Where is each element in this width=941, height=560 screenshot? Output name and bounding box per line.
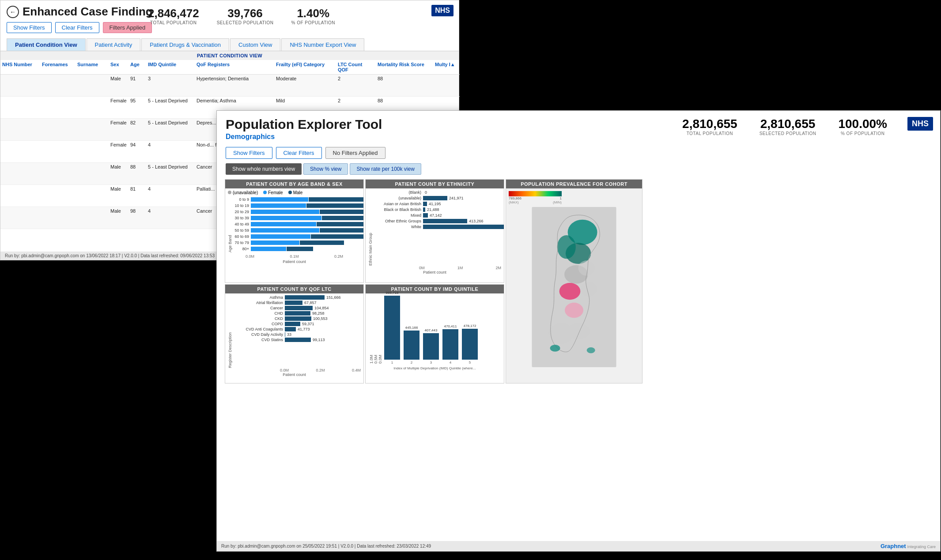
eth-row: White 2,045,593 [373,225,504,229]
back-button[interactable]: ← [7,6,19,18]
eth-val: 21,488 [427,207,439,212]
imd-value: 985,718 [386,291,399,295]
table-cell: 5 - Least Deprived [146,97,195,119]
table-cell: Hypertension; Dementia [195,75,274,97]
ecf-tab-bar: Patient Condition View Patient Activity … [0,38,459,51]
eth-val: 47,142 [430,213,442,218]
ecf-selected-pop: 39,766 SELECTED POPULATION [217,7,274,25]
table-cell: 98 [128,207,146,229]
table-cell [0,119,40,141]
pet-selected-pop-lbl: SELECTED POPULATION [760,131,816,136]
eth-row: (Blank) 0 [373,190,504,195]
map-legend: 789,866 1 (MAX) (MIN) [509,191,639,204]
bar-male [300,241,344,245]
age-band-row: 60 to 69 [233,234,364,239]
table-cell [0,75,40,97]
age-label: 10 to 19 [233,203,249,208]
map-gradient [509,191,562,196]
col-imd: IMD Quintile [146,60,195,75]
eth-x-axis: 0M1M2M [368,266,501,270]
age-band-row: 0 to 9 [233,197,364,202]
imd-quintile-label: 3 [430,361,432,365]
table-row: Male913Hypertension; DementiaModerate288 [0,75,459,97]
table-cell [76,163,109,185]
view-tab-whole-numbers[interactable]: Show whole numbers view [226,163,302,175]
charts-grid: PATIENT COUNT BY AGE BAND & SEX (unavail… [217,179,940,383]
tab-patient-activity[interactable]: Patient Activity [87,38,141,51]
ecf-clear-filters-button[interactable]: Clear Filters [55,22,99,33]
england-map-svg [509,207,639,367]
imd-x-label: Index of Multiple Deprivation (IMD) Quin… [369,366,500,370]
pet-title: Population Explorer Tool [226,117,382,132]
table-cell: Female [109,119,128,141]
qof-bar [285,327,296,331]
bar-female [251,222,316,226]
graphnet-logo-block: Graphnet Integrating Care [881,543,936,549]
bar-male [317,222,364,226]
imd-bar-wrap: 478,172 5 [462,324,478,365]
imd-bars: 985,718 1445,166 2407,443 3470,411 4478,… [384,295,500,365]
pet-total-pop-num: 2,810,655 [682,117,737,131]
imd-chart: PATIENT COUNT BY IMD QUINTILE 1.0M 0.5M … [365,284,504,383]
qof-bar [285,301,302,305]
qof-chart: PATIENT COUNT BY QOF LTC Register Descri… [225,284,364,383]
map-legend-left: 789,866 1 (MAX) (MIN) [509,191,562,204]
bar-male [311,234,364,239]
eth-bar [423,225,504,229]
age-sex-legend: (unavailable) Female Male [228,190,361,195]
pet-footer-text: Run by: pbi.admin@cam.gnpoph.com on 25/0… [221,544,431,549]
imd-value: 478,172 [464,324,476,328]
pet-clear-filters-button[interactable]: Clear Filters [276,147,322,159]
age-sex-chart: PATIENT COUNT BY AGE BAND & SEX (unavail… [225,179,364,283]
qof-bar [285,311,310,316]
pet-selected-pop: 2,810,655 SELECTED POPULATION [760,117,816,136]
table-cell [0,185,40,207]
tab-nhs-export[interactable]: NHS Number Export View [281,38,364,51]
bar-female [251,197,308,202]
svg-point-8 [567,323,590,340]
table-cell: 95 [128,97,146,119]
pet-title-block: Population Explorer Tool Demographics [226,117,382,141]
age-label: 70 to 79 [233,241,249,245]
table-cell [76,185,109,207]
view-tab-rate[interactable]: Show rate per 100k view [350,163,421,175]
qof-bar [285,322,300,326]
ecf-pct-lbl: % OF POPULATION [291,20,335,25]
col-surname: Surname [76,60,109,75]
age-sex-chart-inner: (unavailable) Female Male Age Band 0 to … [225,188,363,280]
tab-patient-condition-view[interactable]: Patient Condition View [7,38,86,51]
imd-value: 445,166 [405,326,418,330]
tab-custom-view[interactable]: Custom View [230,38,280,51]
eth-label: Other Ethnic Groups [373,219,421,223]
svg-point-5 [565,303,583,318]
ecf-show-filters-button[interactable]: Show Filters [7,22,52,33]
age-label: 0 to 9 [233,197,249,202]
table-cell: Female [109,97,128,119]
graphnet-sub: Integrating Care [907,545,936,549]
qof-label: Asthma [232,295,283,300]
legend-male: Male [288,190,303,195]
eth-label: Asian or Asian British [373,202,421,206]
ethnicity-chart: PATIENT COUNT BY ETHNICITY Ethnic Main G… [365,179,504,283]
ecf-nhs-logo: NHS [431,5,453,16]
ethnicity-body: Ethnic Main Group (Blank) 0(unavailable)… [368,190,501,266]
imd-bar-wrap: 985,718 1 [384,291,400,365]
svg-point-11 [550,345,560,351]
table-cell: 4 [146,141,195,163]
col-mrs: Mortality Risk Score [376,60,433,75]
bar-container [251,209,364,214]
table-cell [76,141,109,163]
imd-y-axis: 1.0M 0.5M 0.0M [369,295,382,365]
table-cell: 4 [146,185,195,207]
table-cell: 91 [128,75,146,97]
bar-female [251,241,299,245]
eth-label: Black or Black British [373,207,421,212]
bar-female [251,216,321,220]
tab-patient-drugs[interactable]: Patient Drugs & Vaccination [141,38,229,51]
eth-bar [423,213,428,218]
pet-show-filters-button[interactable]: Show Filters [226,147,272,159]
imd-body: 1.0M 0.5M 0.0M 985,718 1445,166 2407,443… [369,295,500,365]
qof-row: Cancer 104,854 [232,306,361,310]
col-sex: Sex [109,60,128,75]
view-tab-pct[interactable]: Show % view [303,163,348,175]
